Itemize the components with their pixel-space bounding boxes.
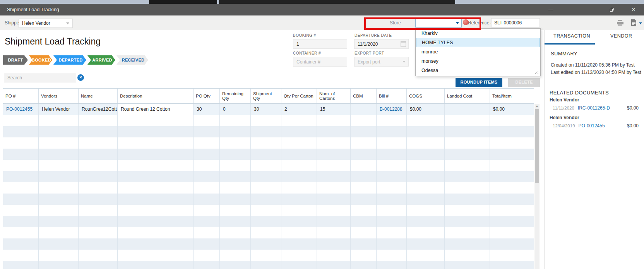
- store-option[interactable]: Odessa: [416, 66, 540, 75]
- table-cell: [351, 137, 377, 149]
- tab-vendor[interactable]: VENDOR: [610, 33, 632, 39]
- status-step-booked[interactable]: BOOKED: [29, 55, 52, 65]
- scrollbar-thumb[interactable]: [535, 109, 539, 183]
- table-cell[interactable]: B-0012288: [377, 104, 407, 115]
- column-header[interactable]: Bill #: [377, 89, 407, 103]
- column-header[interactable]: Shipment Qty: [251, 89, 281, 103]
- table-cell: [490, 250, 534, 261]
- clear-search-icon[interactable]: ✕: [77, 74, 84, 81]
- table-cell[interactable]: $0.00: [407, 104, 445, 115]
- resize-grip-icon[interactable]: [538, 73, 538, 74]
- table-cell: [281, 250, 317, 261]
- column-header[interactable]: Vendors: [39, 89, 79, 103]
- table-cell: [445, 126, 490, 137]
- booking-input[interactable]: [293, 39, 347, 49]
- tab-transaction[interactable]: TRANSACTION: [553, 33, 590, 39]
- table-cell: [79, 250, 118, 261]
- column-header[interactable]: Name: [79, 89, 118, 103]
- store-option[interactable]: monsey: [416, 57, 540, 66]
- table-cell: [118, 171, 194, 182]
- table-cell[interactable]: [351, 104, 377, 115]
- restore-button[interactable]: [606, 4, 617, 15]
- calendar-icon[interactable]: [401, 41, 406, 47]
- table-cell: [281, 194, 317, 205]
- table-cell: [351, 182, 377, 194]
- store-option[interactable]: Kharkiv: [416, 29, 540, 38]
- table-cell: [194, 205, 220, 216]
- search-input[interactable]: [4, 73, 76, 82]
- chevron-down-icon[interactable]: [639, 22, 642, 24]
- export-port-label: EXPORT PORT: [355, 51, 384, 55]
- status-step-departed[interactable]: DEPARTED: [53, 55, 86, 65]
- table-cell: [377, 115, 407, 126]
- document-link[interactable]: PO-0012455: [6, 106, 33, 112]
- roundup-items-button[interactable]: ROUNDUP ITEMS: [456, 78, 502, 87]
- store-option[interactable]: monroe: [416, 47, 540, 57]
- column-header[interactable]: COGS: [407, 89, 445, 103]
- column-header[interactable]: Total/Item: [490, 89, 534, 103]
- export-document-icon[interactable]: [631, 19, 637, 26]
- table-cell: [194, 115, 220, 126]
- export-port-dropdown[interactable]: [354, 57, 409, 67]
- column-header[interactable]: Description: [118, 89, 194, 103]
- column-header[interactable]: CBM: [351, 89, 377, 103]
- status-step-draft[interactable]: DRAFT: [3, 55, 28, 65]
- container-input[interactable]: [293, 57, 347, 67]
- status-step-received[interactable]: RECEIVED: [116, 55, 148, 65]
- table-cell: [377, 160, 407, 171]
- column-header[interactable]: Num. of Cartons: [317, 89, 351, 103]
- column-header[interactable]: PO #: [3, 89, 39, 103]
- store-dropdown-trigger[interactable]: [415, 19, 462, 27]
- table-cell: [3, 250, 39, 261]
- table-cell: [220, 261, 251, 269]
- table-cell: [317, 182, 351, 194]
- table-cell: [407, 227, 445, 238]
- table-cell[interactable]: $0.00: [490, 104, 534, 115]
- column-header[interactable]: Landed Cost: [445, 89, 490, 103]
- table-cell: [445, 137, 490, 149]
- table-cell[interactable]: Round Green 12 Cotton: [118, 104, 194, 115]
- related-doc-link[interactable]: PO-0012455: [579, 123, 605, 129]
- table-cell[interactable]: 15: [317, 104, 351, 115]
- table-cell: [377, 149, 407, 160]
- status-step-arrived[interactable]: ARRIVED: [87, 55, 115, 65]
- print-icon[interactable]: [617, 19, 624, 26]
- table-cell: [317, 250, 351, 261]
- table-cell: [39, 250, 79, 261]
- related-doc-date: 12/04/2019: [553, 123, 575, 128]
- panel-divider: [544, 30, 545, 269]
- document-link[interactable]: B-0012288: [380, 106, 402, 112]
- table-cell[interactable]: RounGree12Cott: [79, 104, 118, 115]
- column-header[interactable]: Qty Per Carton: [281, 89, 317, 103]
- store-option[interactable]: HOME TYLES: [416, 38, 540, 47]
- table-cell: [490, 149, 534, 160]
- scroll-up-icon[interactable]: ▲: [534, 105, 540, 107]
- table-cell[interactable]: Helen Vendor: [39, 104, 79, 115]
- close-button[interactable]: ✕: [628, 4, 639, 15]
- reference-input[interactable]: [491, 18, 540, 27]
- table-cell[interactable]: 30: [194, 104, 220, 115]
- minimize-button[interactable]: —: [545, 4, 556, 15]
- table-cell[interactable]: [445, 104, 490, 115]
- column-header[interactable]: Remaining Qty: [220, 89, 251, 103]
- table-cell[interactable]: 0: [220, 104, 251, 115]
- toolbar: Shipper: Helen Vendor Store Reference #:: [0, 15, 644, 30]
- table-cell[interactable]: PO-0012455: [3, 104, 39, 115]
- table-cell: [220, 194, 251, 205]
- shipper-dropdown[interactable]: Helen Vendor: [19, 19, 73, 28]
- table-cell: [79, 216, 118, 227]
- delete-button[interactable]: DELETE: [508, 78, 540, 87]
- column-header[interactable]: PO Qty: [194, 89, 220, 103]
- related-doc-vendor: Helen Vendor: [544, 96, 644, 104]
- table-cell[interactable]: 2: [281, 104, 317, 115]
- table-scrollbar[interactable]: ▲: [534, 104, 540, 269]
- table-cell: [281, 261, 317, 269]
- related-doc-link[interactable]: IRC-0011265-D: [578, 105, 610, 111]
- table-cell[interactable]: 30: [251, 104, 281, 115]
- table-cell: [490, 194, 534, 205]
- table-cell: [317, 261, 351, 269]
- table-cell: [351, 171, 377, 182]
- related-documents-heading: RELATED DOCUMENTS: [550, 90, 609, 96]
- table-cell: [445, 194, 490, 205]
- table-cell: [251, 216, 281, 227]
